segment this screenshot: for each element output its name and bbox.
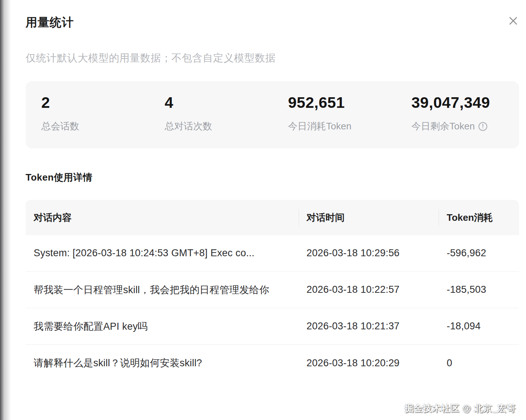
- cell-tokens: -185,503: [439, 284, 519, 295]
- column-header-content: 对话内容: [26, 211, 299, 224]
- cell-time: 2026-03-18 10:21:37: [299, 321, 439, 332]
- cell-content: 我需要给你配置API key吗: [26, 320, 299, 333]
- dialog-title: 用量统计: [26, 15, 74, 31]
- stat-value: 4: [165, 94, 269, 111]
- stat-label-text: 总对话次数: [165, 120, 212, 133]
- cell-time: 2026-03-18 10:22:57: [299, 284, 439, 295]
- stat-value: 39,047,349: [412, 94, 516, 111]
- stat-label-text: 今日消耗Token: [288, 120, 351, 133]
- stat-value: 952,651: [288, 94, 392, 111]
- token-usage-heading: Token使用详情: [26, 171, 519, 184]
- token-usage-table: 对话内容对话时间Token消耗 System: [2026-03-18 10:2…: [26, 200, 519, 381]
- table-body: System: [2026-03-18 10:24:53 GMT+8] Exec…: [26, 235, 519, 381]
- table-row: System: [2026-03-18 10:24:53 GMT+8] Exec…: [26, 235, 519, 272]
- cell-content: 请解释什么是skill？说明如何安装skill?: [26, 356, 299, 370]
- close-button[interactable]: [505, 13, 521, 29]
- stat-label: 今日剩余Token!: [412, 120, 516, 133]
- close-icon: [507, 15, 519, 28]
- table-header-row: 对话内容对话时间Token消耗: [26, 200, 519, 235]
- info-icon[interactable]: !: [478, 122, 487, 131]
- stat-item-2: 952,651今日消耗Token: [272, 81, 396, 148]
- cell-time: 2026-03-18 10:29:56: [299, 247, 439, 259]
- dialog-header: 用量统计: [26, 15, 519, 31]
- cell-content: System: [2026-03-18 10:24:53 GMT+8] Exec…: [26, 247, 299, 259]
- column-header-tokens: Token消耗: [439, 211, 519, 224]
- stat-label: 今日消耗Token: [288, 120, 392, 133]
- stat-item-0: 2总会话数: [26, 81, 149, 148]
- stat-label: 总对话次数: [165, 120, 269, 133]
- cell-tokens: 0: [439, 357, 519, 369]
- cell-time: 2026-03-18 10:20:29: [299, 357, 439, 369]
- stat-item-1: 4总对话次数: [149, 81, 273, 148]
- column-header-time: 对话时间: [299, 211, 439, 224]
- stat-item-3: 39,047,349今日剩余Token!: [396, 81, 519, 148]
- usage-stats-dialog: 用量统计 仅统计默认大模型的用量数据；不包含自定义模型数据 2总会话数4总对话次…: [26, 0, 519, 381]
- dialog-subtitle: 仅统计默认大模型的用量数据；不包含自定义模型数据: [26, 51, 519, 65]
- stat-label-text: 总会话数: [41, 120, 79, 133]
- cell-tokens: -18,094: [439, 321, 519, 332]
- table-row: 帮我装一个日程管理skill，我会把我的日程管理发给你2026-03-18 10…: [26, 272, 519, 308]
- watermark: 掘金技术社区 @ 北京_宏哥: [405, 402, 516, 414]
- stat-label: 总会话数: [41, 120, 145, 133]
- stat-label-text: 今日剩余Token: [412, 120, 475, 133]
- modal-edge-shadow: [0, 0, 11, 420]
- cell-tokens: -596,962: [439, 247, 519, 259]
- stat-value: 2: [41, 94, 145, 111]
- table-row: 请解释什么是skill？说明如何安装skill?2026-03-18 10:20…: [26, 345, 519, 381]
- stats-card: 2总会话数4总对话次数952,651今日消耗Token39,047,349今日剩…: [26, 81, 519, 148]
- cell-content: 帮我装一个日程管理skill，我会把我的日程管理发给你: [26, 283, 299, 296]
- table-row: 我需要给你配置API key吗2026-03-18 10:21:37-18,09…: [26, 308, 519, 345]
